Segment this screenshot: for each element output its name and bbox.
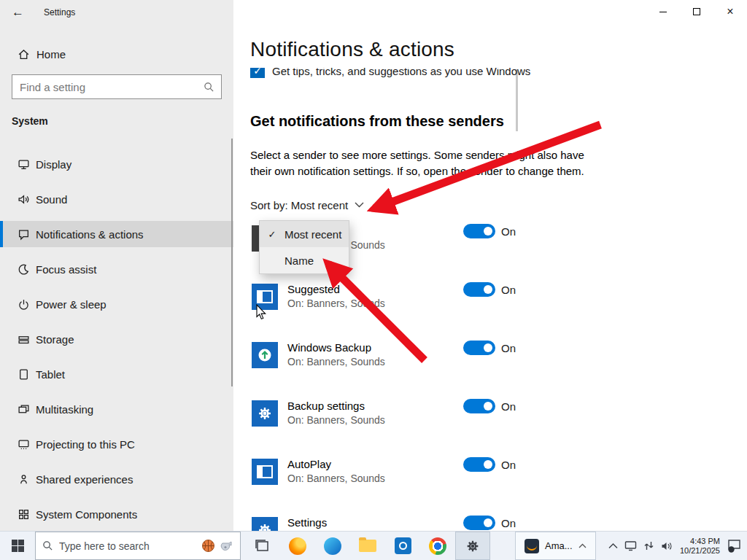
sound-icon xyxy=(18,193,30,206)
sort-by-label: Sort by: Most recent xyxy=(250,199,348,211)
edge-icon xyxy=(324,537,341,555)
find-setting-input[interactable] xyxy=(12,81,204,93)
senders-section-title: Get notifications from these senders xyxy=(250,113,504,130)
senders-description-line2: their own notification settings. If so, … xyxy=(250,163,584,179)
amazon-app-icon xyxy=(525,539,539,553)
senders-description-line1: Select a sender to see more settings. So… xyxy=(250,147,584,163)
backup-settings-gear-icon xyxy=(252,400,278,427)
clock-time: 4:43 PM xyxy=(680,537,720,546)
sender-toggle-on[interactable] xyxy=(463,282,495,297)
checkmark-icon: ✓ xyxy=(253,68,262,77)
sidebar-item-multitasking[interactable]: Multitasking xyxy=(0,396,233,422)
maximize-button[interactable] xyxy=(680,0,713,23)
system-tray: 4:43 PM 10/21/2025 xyxy=(608,532,747,560)
storage-icon xyxy=(18,333,30,346)
settings-window: ← Settings Home System Display Sound xyxy=(0,0,747,560)
main-content: × Notifications & actions ✓ Get tips, tr… xyxy=(233,0,747,531)
dropdown-option-most-recent[interactable]: ✓ Most recent xyxy=(260,221,349,247)
taskbar-search[interactable] xyxy=(35,532,241,560)
sidebar-item-power-sleep[interactable]: Power & sleep xyxy=(0,291,233,317)
window-title: Settings xyxy=(44,7,75,18)
sender-toggle-on[interactable] xyxy=(463,399,495,413)
taskbar: Ama... 4:43 PM 10/21/2025 xyxy=(0,531,747,560)
chevron-up-small-icon xyxy=(578,543,587,548)
pc-status-icon[interactable] xyxy=(624,540,637,551)
running-app-label: Ama... xyxy=(545,540,573,551)
back-button[interactable]: ← xyxy=(12,6,24,19)
sort-dropdown-menu: ✓ Most recent Name xyxy=(259,220,349,274)
maximize-icon xyxy=(693,8,700,15)
tray-overflow-chevron-icon[interactable] xyxy=(608,542,618,549)
home-label: Home xyxy=(36,48,66,61)
sidebar-item-home[interactable]: Home xyxy=(18,44,66,64)
windows-backup-app-icon xyxy=(252,342,278,368)
sidebar-item-notifications[interactable]: Notifications & actions xyxy=(0,221,233,247)
focus-assist-icon xyxy=(18,263,30,276)
taskbar-search-input[interactable] xyxy=(59,540,196,552)
projecting-icon xyxy=(18,438,30,451)
dropdown-option-name[interactable]: Name xyxy=(260,247,349,273)
taskbar-edge-button[interactable] xyxy=(315,532,350,560)
sidebar-item-storage[interactable]: Storage xyxy=(0,326,233,352)
minimize-icon xyxy=(659,12,667,12)
sender-row-windows-backup[interactable]: Windows Backup On: Banners, Sounds On xyxy=(250,333,549,377)
sidebar-search xyxy=(12,74,222,99)
network-icon[interactable] xyxy=(643,540,654,551)
sidebar-item-shared-experiences[interactable]: Shared experiences xyxy=(0,466,233,492)
sender-row-settings[interactable]: Settings On xyxy=(250,508,549,531)
sender-toggle-on[interactable] xyxy=(463,224,495,238)
window-controls: × xyxy=(646,0,747,23)
tips-checkbox[interactable]: ✓ xyxy=(250,68,265,78)
tips-checkbox-label: Get tips, tricks, and suggestions as you… xyxy=(272,68,530,77)
sidebar-item-system-components[interactable]: System Components xyxy=(0,501,233,527)
sidebar-nav: Display Sound Notifications & actions Fo… xyxy=(0,151,233,527)
tips-checkbox-row: ✓ Get tips, tricks, and suggestions as y… xyxy=(250,68,530,78)
multitasking-icon xyxy=(18,403,30,416)
taskbar-chrome-button[interactable] xyxy=(420,532,455,560)
taskbar-clock[interactable]: 4:43 PM 10/21/2025 xyxy=(680,537,720,556)
sidebar-section-title: System xyxy=(12,115,48,127)
taskbar-settings-button[interactable] xyxy=(455,532,490,560)
whistle-icon xyxy=(220,540,233,552)
titlebar-left: ← Settings xyxy=(12,6,75,19)
minimize-button[interactable] xyxy=(646,0,680,23)
task-view-button[interactable] xyxy=(245,532,280,560)
taskbar-running-app-amazon[interactable]: Ama... xyxy=(515,532,596,560)
search-icon xyxy=(204,82,214,93)
file-explorer-icon xyxy=(359,540,376,552)
sidebar-item-sound[interactable]: Sound xyxy=(0,186,233,212)
sender-row-autoplay[interactable]: AutoPlay On: Banners, Sounds On xyxy=(250,450,549,494)
notifications-icon xyxy=(18,228,30,241)
task-view-icon xyxy=(255,539,271,553)
taskbar-file-explorer-button[interactable] xyxy=(350,532,385,560)
sort-by-dropdown[interactable]: Sort by: Most recent xyxy=(250,197,364,213)
checkmark-icon: ✓ xyxy=(260,229,285,240)
close-button[interactable]: × xyxy=(713,0,747,23)
windows-logo-icon xyxy=(12,540,24,552)
action-center-button[interactable] xyxy=(727,539,741,553)
start-button[interactable] xyxy=(0,532,35,560)
sender-toggle-on[interactable] xyxy=(463,341,495,355)
tablet-icon xyxy=(18,368,30,381)
firefox-icon xyxy=(289,537,306,555)
sender-row-suggested[interactable]: Suggested On: Banners, Sounds On xyxy=(250,275,549,319)
taskbar-firefox-button[interactable] xyxy=(280,532,315,560)
volume-icon[interactable] xyxy=(661,541,673,551)
sender-row-backup-settings[interactable]: Backup settings On: Banners, Sounds On xyxy=(250,392,549,435)
sender-toggle-on[interactable] xyxy=(463,457,495,472)
settings-app-icon xyxy=(252,517,278,531)
close-icon: × xyxy=(727,6,733,18)
sidebar-item-display[interactable]: Display xyxy=(0,151,233,177)
page-title: Notifications & actions xyxy=(250,38,454,61)
notification-bubble-icon xyxy=(727,539,741,553)
sidebar-scrollbar-thumb[interactable] xyxy=(231,139,233,386)
sender-toggle-on[interactable] xyxy=(463,516,495,530)
sidebar-item-projecting[interactable]: Projecting to this PC xyxy=(0,431,233,457)
sidebar-item-focus-assist[interactable]: Focus assist xyxy=(0,256,233,282)
chevron-down-icon xyxy=(355,202,364,208)
basketball-icon xyxy=(202,540,214,552)
clock-date: 10/21/2025 xyxy=(680,546,720,556)
taskbar-outlook-button[interactable] xyxy=(385,532,420,560)
sidebar-item-tablet[interactable]: Tablet xyxy=(0,361,233,387)
display-icon xyxy=(18,158,30,171)
